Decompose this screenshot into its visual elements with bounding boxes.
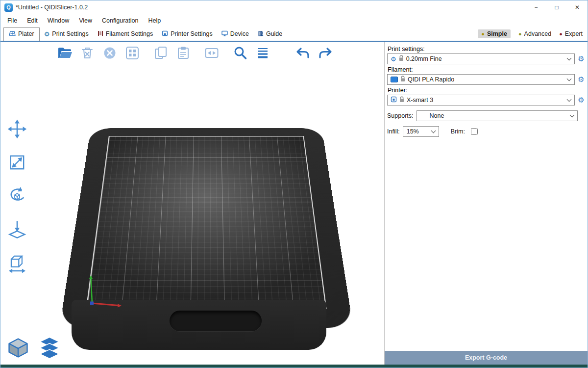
filament-spool-icon [98,30,103,38]
tab-bar: Plater ⚙ Print Settings Filament Setting… [0,27,588,42]
preview-layers-view-icon[interactable] [37,335,62,361]
filament-gear-button[interactable]: ⚙ [577,75,586,84]
3d-editor-view-icon[interactable] [5,335,31,361]
window-title: *Untitled - QIDISlicer-1.0.2 [16,4,88,11]
tab-plater[interactable]: Plater [3,27,40,41]
printer-label: Printer: [388,87,586,94]
arrange-icon[interactable] [123,44,142,62]
filament-value: QIDI PLA Rapido [408,76,565,83]
close-button[interactable]: ✕ [567,0,588,14]
brim-checkbox[interactable] [471,128,478,135]
bed-front-base [72,300,326,350]
lock-icon [399,96,404,104]
paste-icon[interactable] [174,44,193,62]
plater-toolbar [55,44,339,62]
print-settings-gear-icon: ⚙ [44,31,50,37]
window-controls: − □ ✕ [526,0,588,14]
filament-label: Filament: [388,66,586,73]
open-folder-icon[interactable] [55,44,74,62]
supports-combo[interactable]: None [416,110,578,121]
plater-bed-icon [9,30,16,38]
maximize-button[interactable]: □ [546,0,567,14]
mode-selector: ● Simple ● Advanced ● Expert [478,29,585,38]
simple-mode-dot-icon: ● [481,31,485,37]
tab-device[interactable]: Device [217,28,253,40]
expert-mode-dot-icon: ● [559,31,563,37]
supports-value: None [430,112,570,119]
undo-icon[interactable] [294,44,312,62]
mode-advanced[interactable]: ● Advanced [518,30,551,37]
infill-combo[interactable]: 15% [403,126,439,137]
infill-value: 15% [407,128,432,135]
filament-combo[interactable]: QIDI PLA Rapido [387,74,575,85]
printer-small-icon [391,96,397,104]
tab-print-settings[interactable]: ⚙ Print Settings [40,28,93,39]
advanced-mode-dot-icon: ● [518,31,522,37]
split-to-objects-icon[interactable] [202,44,221,62]
guide-books-icon [258,30,264,38]
scale-icon[interactable] [4,150,30,175]
printer-value: X-smart 3 [407,97,565,104]
profile-gear-icon: ⚙ [391,56,396,62]
printer-icon [162,30,168,38]
menu-view[interactable]: View [74,16,97,26]
gizmo-toolbar [4,116,30,275]
tab-filament-settings[interactable]: Filament Settings [93,28,158,40]
rotate-icon[interactable] [4,183,30,209]
delete-all-icon[interactable] [100,44,119,62]
printer-gear-button[interactable]: ⚙ [577,96,586,105]
infill-label: Infill: [387,128,400,135]
print-settings-label: Print settings: [388,46,586,53]
tab-printer-settings[interactable]: Printer Settings [157,28,217,40]
menu-window[interactable]: Window [43,16,74,26]
view-toolbar [5,335,62,361]
qidislicer-window: { "window": { "title": "*Untitled - QIDI… [0,0,588,368]
bed-grid-surface [86,136,327,309]
redo-icon[interactable] [316,44,335,62]
print-settings-combo[interactable]: ⚙ 0.20mm Fine [387,53,575,64]
printer-combo[interactable]: X-smart 3 [387,95,575,105]
chevron-down-icon [567,77,572,81]
place-on-face-icon[interactable] [4,216,30,242]
filament-color-swatch [391,77,398,82]
chevron-down-icon [567,97,572,102]
lock-icon [400,76,405,83]
chevron-down-icon [570,113,575,118]
menu-edit[interactable]: Edit [22,16,43,26]
mode-expert[interactable]: ● Expert [559,30,583,37]
print-settings-value: 0.20mm Fine [406,55,565,62]
bed-handle [170,311,262,331]
menu-file[interactable]: File [2,16,22,26]
print-settings-gear-button[interactable]: ⚙ [577,54,586,63]
chevron-down-icon [567,56,572,61]
main-area: Print settings: ⚙ 0.20mm Fine ⚙ Filament… [0,42,588,365]
supports-label: Supports: [387,112,414,119]
brim-label: Brim: [451,128,465,135]
cut-icon[interactable] [4,250,30,275]
title-bar: Q *Untitled - QIDISlicer-1.0.2 − □ ✕ [0,0,588,14]
chevron-down-icon [431,129,436,133]
bed-frame [59,128,353,328]
search-icon[interactable] [231,44,249,62]
menu-bar: File Edit Window View Configuration Help [0,14,588,27]
device-monitor-icon [221,30,228,38]
copy-icon[interactable] [151,44,170,62]
export-gcode-button[interactable]: Export G-code [385,351,588,365]
bottom-status-strip [0,365,588,368]
menu-help[interactable]: Help [143,16,166,26]
tab-guide[interactable]: Guide [253,28,287,40]
3d-viewport[interactable] [0,42,384,365]
move-icon[interactable] [4,116,30,142]
menu-configuration[interactable]: Configuration [97,16,143,26]
app-icon: Q [4,3,13,12]
minimize-button[interactable]: − [526,0,546,14]
settings-panel: Print settings: ⚙ 0.20mm Fine ⚙ Filament… [384,42,588,365]
variable-layer-height-icon[interactable] [253,44,272,62]
lock-icon [399,55,404,63]
delete-icon[interactable] [78,44,97,62]
mode-simple[interactable]: ● Simple [478,29,511,38]
